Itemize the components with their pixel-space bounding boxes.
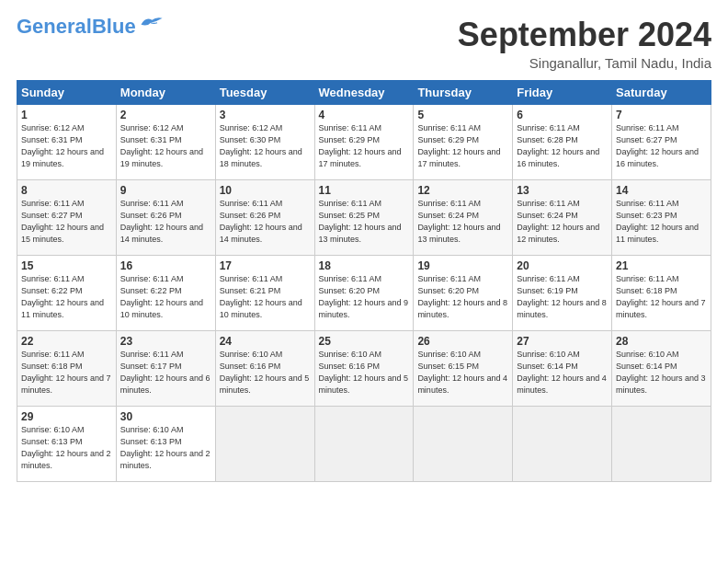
calendar-day-cell: 1 Sunrise: 6:12 AMSunset: 6:31 PMDayligh…: [17, 104, 117, 179]
calendar-day-cell: 28 Sunrise: 6:10 AMSunset: 6:14 PMDaylig…: [612, 330, 711, 406]
calendar-day-header: Wednesday: [314, 80, 414, 104]
location: Singanallur, Tamil Nadu, India: [458, 55, 711, 71]
day-info: Sunrise: 6:12 AMSunset: 6:30 PMDaylight:…: [220, 123, 302, 168]
day-number: 14: [616, 184, 707, 197]
calendar-day-cell: 23 Sunrise: 6:11 AMSunset: 6:17 PMDaylig…: [116, 330, 215, 406]
day-info: Sunrise: 6:11 AMSunset: 6:20 PMDaylight:…: [319, 274, 409, 319]
calendar-day-cell: 17 Sunrise: 6:11 AMSunset: 6:21 PMDaylig…: [215, 255, 314, 330]
calendar-day-header: Thursday: [414, 80, 513, 104]
day-number: 5: [417, 109, 508, 121]
calendar-week-row: 1 Sunrise: 6:12 AMSunset: 6:31 PMDayligh…: [17, 104, 711, 179]
day-info: Sunrise: 6:10 AMSunset: 6:15 PMDaylight:…: [417, 350, 507, 395]
calendar-week-row: 22 Sunrise: 6:11 AMSunset: 6:18 PMDaylig…: [17, 330, 711, 406]
day-info: Sunrise: 6:11 AMSunset: 6:21 PMDaylight:…: [220, 274, 302, 319]
calendar-day-cell: 25 Sunrise: 6:10 AMSunset: 6:16 PMDaylig…: [314, 330, 414, 406]
header: GeneralBlue September 2024 Singanallur, …: [17, 17, 711, 71]
day-number: 3: [220, 109, 311, 121]
day-number: 2: [120, 109, 211, 121]
day-number: 8: [21, 184, 112, 197]
calendar-day-cell: 12 Sunrise: 6:11 AMSunset: 6:24 PMDaylig…: [414, 179, 513, 255]
day-info: Sunrise: 6:11 AMSunset: 6:18 PMDaylight:…: [616, 274, 706, 319]
day-number: 22: [21, 335, 112, 348]
day-number: 30: [120, 410, 211, 423]
calendar-day-cell: 19 Sunrise: 6:11 AMSunset: 6:20 PMDaylig…: [414, 255, 513, 330]
day-info: Sunrise: 6:11 AMSunset: 6:24 PMDaylight:…: [417, 199, 500, 244]
day-number: 9: [120, 184, 211, 197]
day-info: Sunrise: 6:11 AMSunset: 6:27 PMDaylight:…: [21, 199, 104, 244]
day-number: 12: [417, 184, 508, 197]
day-number: 10: [220, 184, 311, 197]
calendar-day-cell: 20 Sunrise: 6:11 AMSunset: 6:19 PMDaylig…: [513, 255, 612, 330]
calendar-day-cell: [414, 406, 513, 481]
calendar-day-cell: [612, 406, 711, 481]
day-info: Sunrise: 6:11 AMSunset: 6:23 PMDaylight:…: [616, 199, 699, 244]
calendar-day-cell: [215, 406, 314, 481]
calendar-day-cell: [513, 406, 612, 481]
logo: GeneralBlue: [17, 17, 164, 37]
calendar-day-header: Tuesday: [215, 80, 314, 104]
calendar-day-cell: 15 Sunrise: 6:11 AMSunset: 6:22 PMDaylig…: [17, 255, 117, 330]
calendar-day-cell: 26 Sunrise: 6:10 AMSunset: 6:15 PMDaylig…: [414, 330, 513, 406]
day-number: 21: [616, 259, 707, 272]
calendar-day-cell: 10 Sunrise: 6:11 AMSunset: 6:26 PMDaylig…: [215, 179, 314, 255]
page: GeneralBlue September 2024 Singanallur, …: [0, 0, 728, 563]
day-info: Sunrise: 6:10 AMSunset: 6:13 PMDaylight:…: [120, 425, 210, 470]
day-info: Sunrise: 6:11 AMSunset: 6:28 PMDaylight:…: [517, 123, 599, 168]
calendar-day-header: Friday: [513, 80, 612, 104]
calendar-day-cell: 30 Sunrise: 6:10 AMSunset: 6:13 PMDaylig…: [116, 406, 215, 481]
day-info: Sunrise: 6:11 AMSunset: 6:19 PMDaylight:…: [517, 274, 607, 319]
day-info: Sunrise: 6:11 AMSunset: 6:29 PMDaylight:…: [417, 123, 500, 168]
calendar-day-cell: 14 Sunrise: 6:11 AMSunset: 6:23 PMDaylig…: [612, 179, 711, 255]
calendar-day-header: Monday: [116, 80, 215, 104]
day-info: Sunrise: 6:11 AMSunset: 6:22 PMDaylight:…: [21, 274, 104, 319]
day-number: 15: [21, 259, 112, 272]
day-number: 6: [517, 109, 608, 121]
day-number: 25: [319, 335, 410, 348]
calendar-day-cell: 16 Sunrise: 6:11 AMSunset: 6:22 PMDaylig…: [116, 255, 215, 330]
day-info: Sunrise: 6:11 AMSunset: 6:26 PMDaylight:…: [120, 199, 203, 244]
day-number: 20: [517, 259, 608, 272]
calendar-day-cell: 2 Sunrise: 6:12 AMSunset: 6:31 PMDayligh…: [116, 104, 215, 179]
calendar-day-cell: 11 Sunrise: 6:11 AMSunset: 6:25 PMDaylig…: [314, 179, 414, 255]
calendar-day-cell: 9 Sunrise: 6:11 AMSunset: 6:26 PMDayligh…: [116, 179, 215, 255]
day-info: Sunrise: 6:11 AMSunset: 6:25 PMDaylight:…: [319, 199, 402, 244]
calendar-day-cell: 18 Sunrise: 6:11 AMSunset: 6:20 PMDaylig…: [314, 255, 414, 330]
day-number: 28: [616, 335, 707, 348]
day-number: 1: [21, 109, 112, 121]
day-number: 29: [21, 410, 112, 423]
day-info: Sunrise: 6:11 AMSunset: 6:22 PMDaylight:…: [120, 274, 203, 319]
day-number: 27: [517, 335, 608, 348]
day-number: 23: [120, 335, 211, 348]
day-info: Sunrise: 6:11 AMSunset: 6:27 PMDaylight:…: [616, 123, 699, 168]
day-info: Sunrise: 6:11 AMSunset: 6:26 PMDaylight:…: [220, 199, 302, 244]
calendar-day-header: Saturday: [612, 80, 711, 104]
calendar-day-cell: 5 Sunrise: 6:11 AMSunset: 6:29 PMDayligh…: [414, 104, 513, 179]
calendar-day-cell: [314, 406, 414, 481]
logo-blue: Blue: [92, 15, 136, 38]
calendar-header-row: SundayMondayTuesdayWednesdayThursdayFrid…: [17, 80, 711, 104]
logo-general: General: [17, 15, 92, 38]
day-number: 7: [616, 109, 707, 121]
day-info: Sunrise: 6:11 AMSunset: 6:29 PMDaylight:…: [319, 123, 402, 168]
calendar-day-cell: 6 Sunrise: 6:11 AMSunset: 6:28 PMDayligh…: [513, 104, 612, 179]
day-number: 18: [319, 259, 410, 272]
day-info: Sunrise: 6:10 AMSunset: 6:16 PMDaylight:…: [319, 350, 409, 395]
calendar-week-row: 29 Sunrise: 6:10 AMSunset: 6:13 PMDaylig…: [17, 406, 711, 481]
day-number: 11: [319, 184, 410, 197]
day-number: 19: [417, 259, 508, 272]
calendar-week-row: 8 Sunrise: 6:11 AMSunset: 6:27 PMDayligh…: [17, 179, 711, 255]
day-number: 24: [220, 335, 311, 348]
calendar-day-header: Sunday: [17, 80, 117, 104]
calendar-day-cell: 3 Sunrise: 6:12 AMSunset: 6:30 PMDayligh…: [215, 104, 314, 179]
calendar-day-cell: 27 Sunrise: 6:10 AMSunset: 6:14 PMDaylig…: [513, 330, 612, 406]
calendar-table: SundayMondayTuesdayWednesdayThursdayFrid…: [17, 80, 711, 482]
calendar-day-cell: 7 Sunrise: 6:11 AMSunset: 6:27 PMDayligh…: [612, 104, 711, 179]
logo-text: GeneralBlue: [17, 17, 136, 37]
day-number: 4: [319, 109, 410, 121]
day-number: 17: [220, 259, 311, 272]
day-info: Sunrise: 6:10 AMSunset: 6:14 PMDaylight:…: [517, 350, 607, 395]
day-number: 26: [417, 335, 508, 348]
calendar-day-cell: 24 Sunrise: 6:10 AMSunset: 6:16 PMDaylig…: [215, 330, 314, 406]
calendar-day-cell: 8 Sunrise: 6:11 AMSunset: 6:27 PMDayligh…: [17, 179, 117, 255]
calendar-day-cell: 13 Sunrise: 6:11 AMSunset: 6:24 PMDaylig…: [513, 179, 612, 255]
